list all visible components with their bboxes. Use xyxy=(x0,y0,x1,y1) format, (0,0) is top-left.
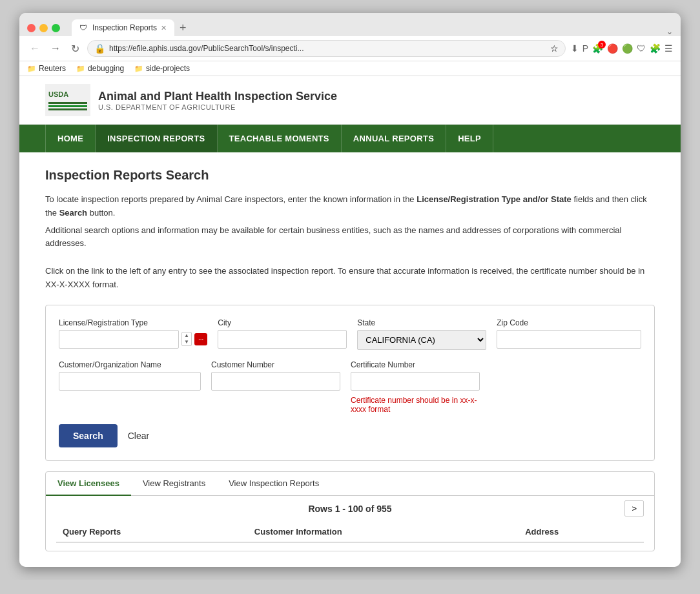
certificate-number-label: Certificate Number xyxy=(351,360,480,369)
zip-input[interactable] xyxy=(497,330,641,349)
bookmark-debugging-label: debugging xyxy=(88,64,124,73)
bookmarks-bar: 📁 Reuters 📁 debugging 📁 side-projects xyxy=(19,61,681,76)
download-icon[interactable]: ⬇ xyxy=(571,43,579,54)
new-tab-button[interactable]: + xyxy=(174,21,192,35)
tabs-bar: 🛡 Inspection Reports ✕ + ⌄ xyxy=(72,19,673,36)
customer-number-label: Customer Number xyxy=(211,360,340,369)
zip-group: Zip Code xyxy=(497,318,641,350)
state-group: State CALIFORNIA (CA) xyxy=(357,318,486,350)
search-form: License/Registration Type ▲ ▼ ··· City xyxy=(45,305,655,461)
license-input-wrapper: ▲ ▼ ··· xyxy=(59,330,207,349)
folder-icon-3: 📁 xyxy=(134,65,143,73)
certificate-error: Certificate number should be in xx-x-xxx… xyxy=(351,396,480,414)
maximize-window-button[interactable] xyxy=(52,24,60,32)
form-button-row: Search Clear xyxy=(59,424,641,447)
bookmark-side-projects-label: side-projects xyxy=(146,64,190,73)
city-label: City xyxy=(218,318,347,327)
nav-help[interactable]: HELP xyxy=(446,125,493,152)
browser-toolbar-icons: ⬇ P 🧩3 🔴 🟢 🛡 🧩 ☰ xyxy=(571,43,673,54)
state-label: State xyxy=(357,318,486,327)
extensions-button[interactable]: 🧩 xyxy=(650,43,661,54)
nav-inspection-reports[interactable]: INSPECTION REPORTS xyxy=(96,125,217,152)
tab-favicon: 🛡 xyxy=(79,23,88,32)
tab-close-button[interactable]: ✕ xyxy=(161,24,167,32)
rows-info: Rows 1 - 100 of 955 xyxy=(308,504,391,514)
bookmark-debugging[interactable]: 📁 debugging xyxy=(76,64,124,73)
spinner-up[interactable]: ▲ xyxy=(182,333,191,339)
usda-logo-image: USDA xyxy=(45,84,90,116)
tab-view-licensees[interactable]: View Licensees xyxy=(46,472,131,496)
results-section: View Licensees View Registrants View Ins… xyxy=(45,471,655,551)
results-body: Rows 1 - 100 of 955 > Query Reports Cust… xyxy=(46,496,654,551)
license-spinner[interactable]: ▲ ▼ xyxy=(181,332,192,346)
close-window-button[interactable] xyxy=(27,24,36,32)
tab-title: Inspection Reports xyxy=(92,23,157,32)
license-dots-button[interactable]: ··· xyxy=(194,333,207,345)
traffic-lights xyxy=(27,24,60,32)
extension-green-icon[interactable]: 🟢 xyxy=(622,43,633,54)
state-select[interactable]: CALIFORNIA (CA) xyxy=(357,330,486,350)
bookmark-icon[interactable]: ☆ xyxy=(550,43,559,54)
folder-icon-2: 📁 xyxy=(76,65,85,73)
customer-name-input[interactable] xyxy=(59,372,201,391)
next-page-button[interactable]: > xyxy=(624,500,644,517)
zip-label: Zip Code xyxy=(497,318,641,327)
bookmark-reuters[interactable]: 📁 Reuters xyxy=(27,64,66,73)
col-address: Address xyxy=(519,522,644,542)
bookmark-reuters-label: Reuters xyxy=(39,64,66,73)
svg-rect-4 xyxy=(48,108,87,110)
usda-dept: U.S. DEPARTMENT OF AGRICULTURE xyxy=(98,103,337,111)
folder-icon: 📁 xyxy=(27,65,36,73)
customer-number-input[interactable] xyxy=(211,372,340,391)
nav-home[interactable]: HOME xyxy=(45,125,96,152)
customer-number-group: Customer Number xyxy=(211,360,340,414)
forward-button[interactable]: → xyxy=(48,41,63,56)
col-customer-info: Customer Information xyxy=(248,522,519,542)
results-pagination: Rows 1 - 100 of 955 > xyxy=(56,504,644,514)
city-input[interactable] xyxy=(218,330,347,349)
form-row-2: Customer/Organization Name Customer Numb… xyxy=(59,360,641,414)
usda-text: Animal and Plant Health Inspection Servi… xyxy=(98,90,337,111)
minimize-window-button[interactable] xyxy=(39,24,48,32)
tab-view-registrants[interactable]: View Registrants xyxy=(131,472,217,495)
spinner-down[interactable]: ▼ xyxy=(182,339,191,345)
intro-text-1: To locate inspection reports prepared by… xyxy=(45,193,655,220)
main-content: Inspection Reports Search To locate insp… xyxy=(19,152,681,567)
city-group: City xyxy=(218,318,347,350)
nav-annual-reports[interactable]: ANNUAL REPORTS xyxy=(342,125,446,152)
clear-button[interactable]: Clear xyxy=(124,424,153,447)
svg-rect-3 xyxy=(48,105,87,107)
intro-text-3: Click on the link to the left of any ent… xyxy=(45,265,655,292)
bookmark-side-projects[interactable]: 📁 side-projects xyxy=(134,64,190,73)
refresh-button[interactable]: ↻ xyxy=(68,41,82,56)
usda-logo: USDA xyxy=(45,84,90,116)
extension-red-icon[interactable]: 🔴 xyxy=(607,43,618,54)
extension-badge-icon[interactable]: 🧩3 xyxy=(592,43,603,54)
active-tab[interactable]: 🛡 Inspection Reports ✕ xyxy=(72,19,174,36)
tab-view-inspection-reports[interactable]: View Inspection Reports xyxy=(217,472,331,495)
svg-text:USDA: USDA xyxy=(48,90,68,98)
certificate-number-group: Certificate Number Certificate number sh… xyxy=(351,360,480,414)
url-input[interactable] xyxy=(109,44,546,53)
certificate-number-input[interactable] xyxy=(351,372,480,391)
extension-shield-icon[interactable]: 🛡 xyxy=(637,43,646,54)
lock-icon: 🔒 xyxy=(94,43,105,54)
customer-name-label: Customer/Organization Name xyxy=(59,360,201,369)
browser-menu-button[interactable]: ☰ xyxy=(664,43,673,54)
nav-teachable-moments[interactable]: TEACHABLE MOMENTS xyxy=(218,125,342,152)
license-type-input[interactable] xyxy=(59,330,179,349)
tab-list-chevron[interactable]: ⌄ xyxy=(666,27,673,36)
license-type-group: License/Registration Type ▲ ▼ ··· xyxy=(59,318,207,350)
results-table: Query Reports Customer Information Addre… xyxy=(56,522,644,543)
result-tabs: View Licensees View Registrants View Ins… xyxy=(46,472,654,496)
customer-name-group: Customer/Organization Name xyxy=(59,360,201,414)
address-bar[interactable]: 🔒 ☆ xyxy=(87,40,566,57)
back-button[interactable]: ← xyxy=(27,41,43,56)
profile-icon[interactable]: P xyxy=(582,43,588,54)
intro-text-2: Additional search options and informatio… xyxy=(45,224,655,251)
col-query-reports: Query Reports xyxy=(56,522,248,542)
main-nav: HOME INSPECTION REPORTS TEACHABLE MOMENT… xyxy=(19,125,681,152)
page-title: Inspection Reports Search xyxy=(45,168,655,183)
svg-rect-0 xyxy=(45,84,90,116)
search-button[interactable]: Search xyxy=(59,424,118,447)
